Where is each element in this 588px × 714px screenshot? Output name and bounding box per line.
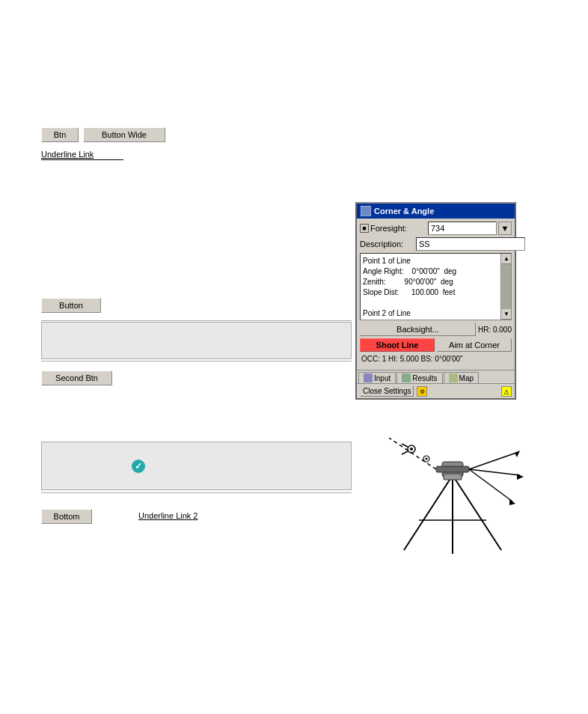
scroll-angle-right-2: Angle Right: 30°00'00" deg: [363, 319, 497, 320]
results-tab-icon: [402, 373, 411, 382]
dialog-title-icon: [361, 206, 371, 216]
tab-results-label: Results: [412, 374, 437, 382]
tab-results[interactable]: Results: [396, 372, 442, 383]
warning-icon: ⚠: [501, 386, 512, 397]
top-button-1[interactable]: Btn: [41, 127, 79, 142]
separator-1: [41, 320, 352, 321]
scroll-down-arrow[interactable]: ▼: [501, 309, 512, 320]
tab-input[interactable]: Input: [358, 372, 396, 383]
hr-label: HR: 0.000: [478, 326, 512, 334]
map-tab-icon: [449, 373, 458, 382]
scroll-point1-label: Point 1 of Line: [363, 256, 497, 266]
shoot-aim-row: Shoot Line Aim at Corner: [360, 338, 512, 352]
tab-map[interactable]: Map: [444, 372, 479, 383]
scroll-point2-label: Point 2 of Line: [363, 308, 497, 319]
foresight-input[interactable]: [428, 222, 497, 235]
gray-area-1: [41, 322, 352, 359]
svg-line-2: [453, 475, 501, 550]
mid-button[interactable]: Button: [41, 298, 101, 313]
aim-corner-button[interactable]: Aim at Corner: [437, 338, 512, 352]
svg-marker-18: [517, 474, 524, 480]
separator-4: [41, 492, 352, 493]
corner-angle-dialog: Corner & Angle ■ Foresight: ▼ Descriptio…: [355, 202, 516, 400]
svg-point-12: [410, 448, 413, 451]
description-row: Description:: [360, 237, 512, 251]
backsight-button[interactable]: Backsight...: [360, 323, 476, 336]
close-settings-button[interactable]: Close Settings: [360, 385, 414, 397]
dialog-title: Corner & Angle: [374, 207, 434, 216]
scroll-track: [501, 264, 511, 309]
settings-bar: Close Settings ⚙ ⚠: [357, 383, 515, 398]
scroll-up-arrow[interactable]: ▲: [501, 254, 512, 264]
description-label: Description:: [360, 239, 416, 248]
input-tab-icon: [364, 373, 373, 382]
gray-area-2: [41, 442, 352, 490]
svg-rect-6: [444, 474, 462, 480]
underline-link-top[interactable]: Underline Link: [41, 150, 123, 160]
shoot-line-button[interactable]: Shoot Line: [360, 338, 435, 352]
svg-line-7: [389, 438, 436, 469]
foresight-label: Foresight:: [370, 224, 426, 233]
svg-line-14: [402, 451, 408, 454]
svg-marker-19: [509, 499, 515, 505]
description-input[interactable]: [416, 237, 525, 251]
bottom-button[interactable]: Bottom: [41, 509, 92, 524]
separator-2: [41, 361, 352, 361]
dialog-body: ■ Foresight: ▼ Description: Point 1 of L…: [357, 219, 515, 370]
dialog-tabs: Input Results Map: [357, 370, 515, 383]
tripod-illustration: [370, 415, 535, 565]
top-button-2[interactable]: Button Wide: [83, 127, 165, 142]
top-buttons-container: Btn Button Wide: [41, 127, 165, 142]
foresight-checkbox[interactable]: ■: [360, 224, 369, 233]
svg-marker-17: [515, 451, 520, 457]
tab-map-label: Map: [459, 374, 474, 382]
svg-rect-5: [436, 466, 469, 472]
foresight-row: ■ Foresight: ▼: [360, 222, 512, 235]
foresight-dropdown[interactable]: ▼: [498, 222, 512, 235]
scroll-slope-dist: Slope Dist: 100.000 feet: [363, 287, 497, 298]
settings-icon[interactable]: ⚙: [417, 386, 427, 397]
checkmark-icon: [132, 460, 145, 473]
scroll-zenith: Zenith: 90°00'00" deg: [363, 277, 497, 287]
tripod-svg: [370, 415, 535, 565]
second-button[interactable]: Second Btn: [41, 370, 112, 385]
separator-3: [41, 442, 352, 442]
svg-line-0: [404, 475, 453, 550]
bottom-link[interactable]: Underline Link 2: [138, 511, 198, 520]
dialog-titlebar: Corner & Angle: [357, 204, 515, 219]
scroll-angle-right-1: Angle Right: 0°00'00" deg: [363, 266, 497, 277]
backsight-row: Backsight... HR: 0.000: [360, 323, 512, 336]
svg-line-8: [469, 453, 516, 469]
tab-input-label: Input: [374, 374, 391, 382]
scrollbar[interactable]: ▲ ▼: [500, 254, 511, 320]
svg-point-16: [426, 458, 428, 460]
scroll-data-area: Point 1 of Line Angle Right: 0°00'00" de…: [360, 253, 512, 320]
scroll-content: Point 1 of Line Angle Right: 0°00'00" de…: [363, 256, 497, 320]
main-area: Btn Button Wide Underline Link Button Se…: [0, 0, 588, 714]
occ-info: OCC: 1 HI: 5.000 BS: 0°00'00": [360, 354, 512, 364]
